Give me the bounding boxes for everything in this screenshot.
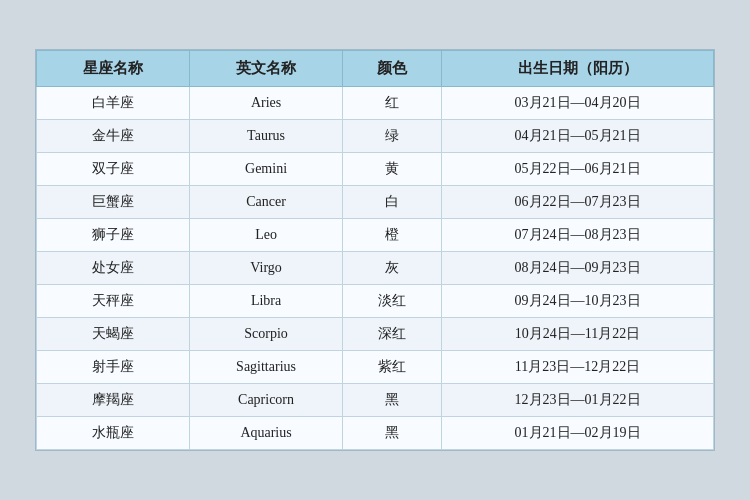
col-header-chinese: 星座名称 [37, 51, 190, 87]
cell-english: Gemini [190, 153, 343, 186]
table-row: 摩羯座Capricorn黑12月23日—01月22日 [37, 384, 714, 417]
cell-color: 白 [343, 186, 442, 219]
cell-color: 淡红 [343, 285, 442, 318]
table-row: 天秤座Libra淡红09月24日—10月23日 [37, 285, 714, 318]
zodiac-table-container: 星座名称 英文名称 颜色 出生日期（阳历） 白羊座Aries红03月21日—04… [35, 49, 715, 451]
cell-color: 黑 [343, 384, 442, 417]
col-header-dates: 出生日期（阳历） [442, 51, 714, 87]
cell-color: 橙 [343, 219, 442, 252]
col-header-english: 英文名称 [190, 51, 343, 87]
cell-chinese: 白羊座 [37, 87, 190, 120]
table-body: 白羊座Aries红03月21日—04月20日金牛座Taurus绿04月21日—0… [37, 87, 714, 450]
cell-english: Sagittarius [190, 351, 343, 384]
table-row: 射手座Sagittarius紫红11月23日—12月22日 [37, 351, 714, 384]
table-row: 狮子座Leo橙07月24日—08月23日 [37, 219, 714, 252]
cell-chinese: 天蝎座 [37, 318, 190, 351]
cell-dates: 06月22日—07月23日 [442, 186, 714, 219]
table-row: 金牛座Taurus绿04月21日—05月21日 [37, 120, 714, 153]
table-row: 天蝎座Scorpio深红10月24日—11月22日 [37, 318, 714, 351]
table-row: 双子座Gemini黄05月22日—06月21日 [37, 153, 714, 186]
cell-english: Taurus [190, 120, 343, 153]
cell-dates: 11月23日—12月22日 [442, 351, 714, 384]
cell-color: 红 [343, 87, 442, 120]
cell-dates: 01月21日—02月19日 [442, 417, 714, 450]
cell-chinese: 水瓶座 [37, 417, 190, 450]
cell-chinese: 巨蟹座 [37, 186, 190, 219]
cell-english: Aries [190, 87, 343, 120]
table-row: 白羊座Aries红03月21日—04月20日 [37, 87, 714, 120]
cell-color: 黄 [343, 153, 442, 186]
cell-chinese: 摩羯座 [37, 384, 190, 417]
cell-dates: 05月22日—06月21日 [442, 153, 714, 186]
cell-english: Capricorn [190, 384, 343, 417]
col-header-color: 颜色 [343, 51, 442, 87]
cell-dates: 12月23日—01月22日 [442, 384, 714, 417]
cell-color: 绿 [343, 120, 442, 153]
cell-color: 深红 [343, 318, 442, 351]
cell-chinese: 狮子座 [37, 219, 190, 252]
table-header-row: 星座名称 英文名称 颜色 出生日期（阳历） [37, 51, 714, 87]
cell-chinese: 天秤座 [37, 285, 190, 318]
cell-color: 灰 [343, 252, 442, 285]
cell-dates: 09月24日—10月23日 [442, 285, 714, 318]
cell-dates: 03月21日—04月20日 [442, 87, 714, 120]
cell-english: Cancer [190, 186, 343, 219]
cell-english: Libra [190, 285, 343, 318]
cell-chinese: 金牛座 [37, 120, 190, 153]
cell-dates: 07月24日—08月23日 [442, 219, 714, 252]
cell-color: 紫红 [343, 351, 442, 384]
table-row: 处女座Virgo灰08月24日—09月23日 [37, 252, 714, 285]
cell-english: Aquarius [190, 417, 343, 450]
table-row: 巨蟹座Cancer白06月22日—07月23日 [37, 186, 714, 219]
cell-english: Leo [190, 219, 343, 252]
cell-dates: 04月21日—05月21日 [442, 120, 714, 153]
cell-dates: 10月24日—11月22日 [442, 318, 714, 351]
cell-dates: 08月24日—09月23日 [442, 252, 714, 285]
table-row: 水瓶座Aquarius黑01月21日—02月19日 [37, 417, 714, 450]
zodiac-table: 星座名称 英文名称 颜色 出生日期（阳历） 白羊座Aries红03月21日—04… [36, 50, 714, 450]
cell-chinese: 双子座 [37, 153, 190, 186]
cell-chinese: 处女座 [37, 252, 190, 285]
cell-color: 黑 [343, 417, 442, 450]
cell-english: Scorpio [190, 318, 343, 351]
cell-english: Virgo [190, 252, 343, 285]
cell-chinese: 射手座 [37, 351, 190, 384]
